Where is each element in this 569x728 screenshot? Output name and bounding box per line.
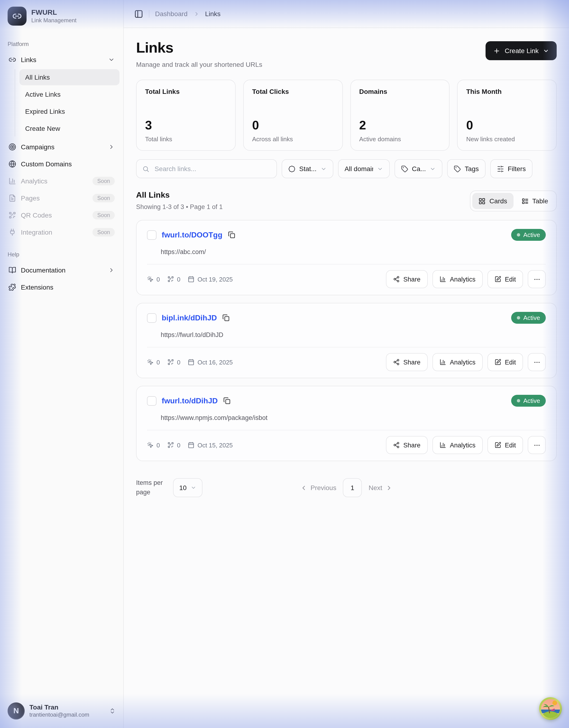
short-url-link[interactable]: fwurl.to/dDihJD xyxy=(162,396,218,405)
link-meta: 0 0 Oct 16, 2025 xyxy=(147,359,233,366)
sidebar-item-campaigns[interactable]: Campaigns xyxy=(4,138,119,155)
stat-card-domains: Domains 2 Active domains xyxy=(350,80,450,151)
stats-row: Total Links 3 Total links Total Clicks 0… xyxy=(136,80,557,151)
page-subtitle: Manage and track all your shortened URLs xyxy=(136,61,262,68)
sidebar-item-links[interactable]: Links xyxy=(4,51,119,68)
sidebar-item-all-links[interactable]: All Links xyxy=(19,69,119,85)
stat-card-total-clicks: Total Clicks 0 Across all links xyxy=(243,80,343,151)
tropical-island-icon xyxy=(539,697,562,720)
ellipsis-icon xyxy=(533,441,540,449)
analytics-button[interactable]: Analytics xyxy=(432,353,483,371)
view-toggle-cards[interactable]: Cards xyxy=(472,193,513,209)
copy-icon[interactable] xyxy=(222,314,230,321)
stat-card-this-month: This Month 0 New links created xyxy=(457,80,557,151)
sidebar-item-integration[interactable]: Integration Soon xyxy=(4,224,119,241)
more-actions-button[interactable] xyxy=(528,353,546,371)
stat-caption: Across all links xyxy=(252,136,334,143)
sidebar-item-label: Integration xyxy=(21,228,52,236)
items-per-page-label: Items per page xyxy=(136,478,167,497)
list-icon xyxy=(521,197,528,205)
page-content: Links Manage and track all your shortene… xyxy=(124,28,569,502)
category-filter-dropdown[interactable]: Ca... xyxy=(394,159,442,178)
domain-filter-dropdown[interactable]: All domains xyxy=(338,159,390,178)
sidebar-toggle-button[interactable] xyxy=(134,9,143,18)
tropical-island-button[interactable] xyxy=(539,697,562,720)
puzzle-icon xyxy=(9,283,16,291)
link-checkbox[interactable] xyxy=(147,396,156,405)
stat-value: 0 xyxy=(466,118,548,133)
edit-button[interactable]: Edit xyxy=(487,353,523,371)
sidebar-item-label: Analytics xyxy=(21,177,47,185)
status-badge: Active xyxy=(511,395,546,407)
chevron-down-icon xyxy=(108,56,115,63)
sidebar-item-active-links[interactable]: Active Links xyxy=(19,86,119,102)
stat-value: 3 xyxy=(145,118,227,133)
view-toggle-table[interactable]: Table xyxy=(515,193,554,209)
more-actions-button[interactable] xyxy=(528,270,546,288)
status-filter-dropdown[interactable]: Stat... xyxy=(281,159,333,178)
badge-icon xyxy=(288,165,296,172)
items-per-page-select[interactable]: 10 xyxy=(173,478,202,497)
sidebar-item-qr-codes[interactable]: QR Codes Soon xyxy=(4,207,119,224)
chevron-right-icon xyxy=(108,144,115,150)
soon-badge: Soon xyxy=(92,194,115,202)
sidebar-item-pages[interactable]: Pages Soon xyxy=(4,190,119,207)
tags-filter-label: Tags xyxy=(465,165,479,173)
scan-count: 0 xyxy=(177,441,180,449)
sidebar-item-expired-links[interactable]: Expired Links xyxy=(19,103,119,119)
link-card: fwurl.to/dDihJD Active https://www.npmjs… xyxy=(136,386,557,461)
list-summary: Showing 1-3 of 3 • Page 1 of 1 xyxy=(136,203,222,210)
link-checkbox[interactable] xyxy=(147,230,156,240)
status-filter-label: Stat... xyxy=(299,165,317,173)
share-icon xyxy=(393,442,400,448)
view-table-label: Table xyxy=(532,197,548,205)
user-name: Toai Tran xyxy=(29,703,89,711)
chevrons-up-down-icon xyxy=(109,708,116,714)
sidebar-item-label: Pages xyxy=(21,194,40,202)
sidebar-item-label: Campaigns xyxy=(21,143,54,151)
view-toggle: Cards Table xyxy=(470,191,557,211)
status-dot-icon xyxy=(517,316,520,319)
copy-icon[interactable] xyxy=(223,397,230,404)
search-input[interactable] xyxy=(154,164,271,173)
previous-page-button[interactable]: Previous xyxy=(300,484,337,491)
copy-icon[interactable] xyxy=(228,231,235,238)
card-divider xyxy=(147,430,546,430)
short-url-link[interactable]: fwurl.to/DOOTgg xyxy=(162,231,222,239)
link-card-list: fwurl.to/DOOTgg Active https://abc.com/ … xyxy=(136,220,557,461)
sidebar-item-documentation[interactable]: Documentation xyxy=(4,262,119,279)
filters-button[interactable]: Filters xyxy=(490,159,532,178)
share-button[interactable]: Share xyxy=(386,353,428,371)
bar-chart-icon xyxy=(439,276,446,282)
next-page-button[interactable]: Next xyxy=(369,484,393,491)
status-dot-icon xyxy=(517,233,520,237)
edit-button[interactable]: Edit xyxy=(487,436,523,454)
link-checkbox[interactable] xyxy=(147,313,156,323)
create-link-button[interactable]: Create Link xyxy=(486,41,557,60)
chevron-left-icon xyxy=(300,484,307,491)
share-button[interactable]: Share xyxy=(386,436,428,454)
analytics-button[interactable]: Analytics xyxy=(432,270,483,288)
sidebar-item-extensions[interactable]: Extensions xyxy=(4,279,119,296)
sidebar-item-custom-domains[interactable]: Custom Domains xyxy=(4,155,119,173)
topbar: Dashboard Links xyxy=(124,0,569,28)
sidebar-item-analytics[interactable]: Analytics Soon xyxy=(4,173,119,190)
sidebar-nav: Links All Links Active Links Expired Lin… xyxy=(0,51,123,241)
stat-caption: Total links xyxy=(145,136,227,143)
user-menu[interactable]: N Toai Tran trantientoai@gmail.com xyxy=(0,696,123,728)
share-button[interactable]: Share xyxy=(386,270,428,288)
topbar-divider xyxy=(149,10,149,18)
edit-button[interactable]: Edit xyxy=(487,270,523,288)
sidebar-item-create-new[interactable]: Create New xyxy=(19,120,119,137)
breadcrumb-dashboard[interactable]: Dashboard xyxy=(155,10,187,18)
tags-filter-button[interactable]: Tags xyxy=(447,159,485,178)
current-page-indicator[interactable]: 1 xyxy=(343,478,362,497)
list-header: All Links Showing 1-3 of 3 • Page 1 of 1… xyxy=(136,191,557,211)
chevron-down-icon xyxy=(377,166,383,172)
click-count: 0 xyxy=(156,441,160,449)
status-dot-icon xyxy=(517,399,520,402)
short-url-link[interactable]: bipl.ink/dDihJD xyxy=(162,314,217,322)
analytics-button[interactable]: Analytics xyxy=(432,436,483,454)
more-actions-button[interactable] xyxy=(528,436,546,454)
edit-icon xyxy=(494,276,501,282)
